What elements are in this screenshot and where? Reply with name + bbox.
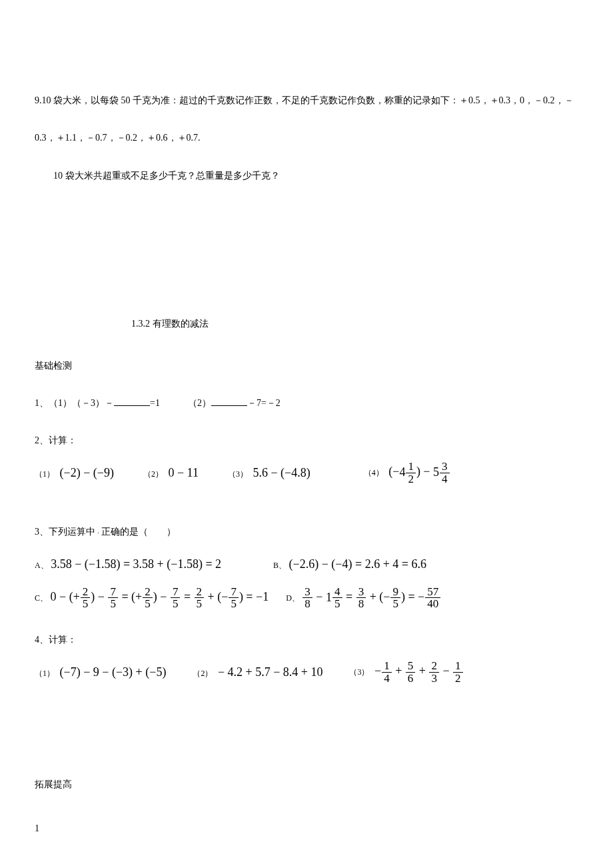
question-3: 3、下列运算中．正确的是（ ） A、 3.58 − (−1.58) = 3.58… [35, 525, 578, 610]
q1-mid: =1 （2） [150, 398, 211, 408]
q2-p3: 5.6 − (−4.8) [253, 466, 310, 479]
q4-p1-label: （1） [35, 669, 55, 678]
question-9: 9.10 袋大米，以每袋 50 千克为准：超过的千克数记作正数，不足的千克数记作… [35, 93, 578, 183]
section-title: 1.3.2 有理数的减法 [131, 317, 578, 331]
q3-a: 3.58 − (−1.58) = 3.58 + (−1.58) = 2 [51, 557, 221, 571]
q3-dot: ． [95, 528, 101, 535]
q9-line3: 10 袋大米共超重或不足多少千克？总重量是多少千克？ [35, 169, 578, 183]
question-4: 4、计算： （1） (−7) − 9 − (−3) + (−5) （2） − 4… [35, 633, 578, 684]
q2-p4: (−412) − 534 [388, 465, 450, 478]
q4-p2-label: （2） [193, 669, 213, 678]
ext-label: 拓展提高 [35, 777, 578, 792]
q2-p1-label: （1） [35, 469, 55, 479]
q3-row-ab: A、 3.58 − (−1.58) = 3.58 + (−1.58) = 2 B… [35, 555, 578, 574]
question-2: 2、计算： （1） (−2) − (−9) （2） 0 − 11 （3） 5.6… [35, 433, 578, 485]
q2-problems: （1） (−2) − (−9) （2） 0 − 11 （3） 5.6 − (−4… [35, 461, 578, 485]
q1-suffix: －7=－2 [247, 398, 281, 408]
q4-head: 4、计算： [35, 633, 578, 647]
q4-p1: (−7) − 9 − (−3) + (−5) [60, 665, 167, 679]
q3-a-label: A、 [35, 561, 49, 570]
q2-head: 2、计算： [35, 433, 578, 448]
q3-c: 0 − (+25) − 75 = (+25) − 75 = 25 + (−75)… [51, 590, 269, 603]
q4-p3-label: （3） [349, 667, 369, 677]
q2-p2: 0 − 11 [168, 466, 198, 479]
q3-d: 38 − 145 = 38 + (−95) = −5740 [302, 590, 441, 603]
basic-label: 基础检测 [35, 359, 578, 373]
q2-p4-label: （4） [364, 468, 384, 477]
q3-b-label: B、 [273, 561, 287, 570]
q4-problems: （1） (−7) − 9 − (−3) + (−5) （2） − 4.2 + 5… [35, 660, 578, 685]
page-number: 1 [35, 821, 39, 836]
q4-p3: −14 + 56 + 23 − 12 [374, 664, 464, 677]
q3-d-label: D、 [286, 593, 300, 603]
q3-tail: 正确的是（ ） [101, 527, 176, 537]
q4-p2: − 4.2 + 5.7 − 8.4 + 10 [218, 665, 323, 679]
q2-p3-label: （3） [228, 469, 248, 479]
q3-head-row: 3、下列运算中．正确的是（ ） [35, 525, 578, 539]
q9-line2: 0.3，＋1.1，－0.7，－0.2，＋0.6，＋0.7. [35, 131, 578, 145]
q3-head: 3、下列运算中 [35, 527, 95, 537]
q3-c-label: C、 [35, 593, 48, 603]
q2-p1: (−2) − (−9) [60, 466, 114, 479]
q9-line1: 9.10 袋大米，以每袋 50 千克为准：超过的千克数记作正数，不足的千克数记作… [35, 93, 578, 108]
q2-p2-label: （2） [143, 469, 163, 479]
blank-1 [114, 398, 150, 406]
blank-2 [211, 398, 247, 406]
question-1: 1、（1）（－3）－=1 （2）－7=－2 [35, 396, 578, 411]
q3-row-cd: C、 0 − (+25) − 75 = (+25) − 75 = 25 + (−… [35, 586, 578, 611]
q3-b: (−2.6) − (−4) = 2.6 + 4 = 6.6 [289, 557, 426, 571]
q1-prefix: 1、（1）（－3）－ [35, 398, 114, 408]
